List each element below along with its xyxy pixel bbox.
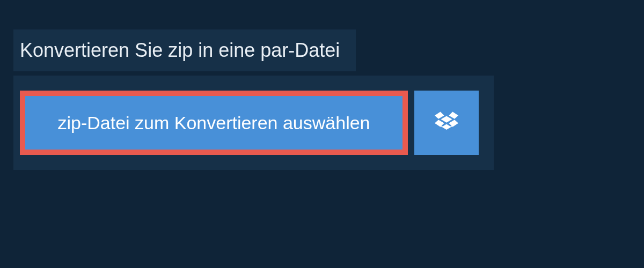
main-container: Konvertieren Sie zip in eine par-Datei z… bbox=[0, 0, 644, 170]
title-bar: Konvertieren Sie zip in eine par-Datei bbox=[13, 29, 356, 71]
page-title: Konvertieren Sie zip in eine par-Datei bbox=[20, 39, 340, 62]
select-file-label: zip-Datei zum Konvertieren auswählen bbox=[57, 113, 370, 133]
dropbox-icon bbox=[435, 110, 458, 136]
dropbox-button[interactable] bbox=[414, 91, 479, 155]
select-file-button[interactable]: zip-Datei zum Konvertieren auswählen bbox=[20, 91, 408, 155]
upload-panel: zip-Datei zum Konvertieren auswählen bbox=[13, 76, 494, 170]
